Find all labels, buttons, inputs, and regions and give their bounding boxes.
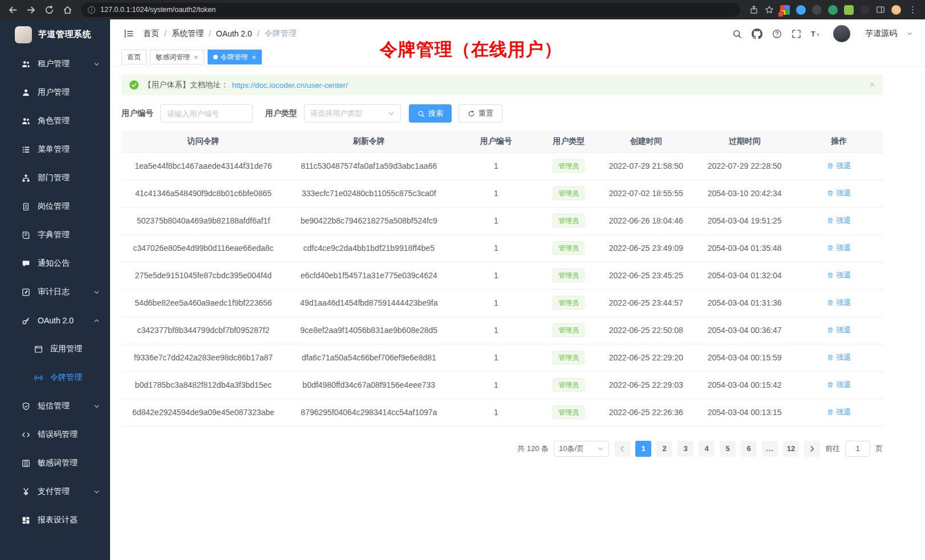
page-button-5[interactable]: 5 [720, 441, 736, 457]
app-logo[interactable]: 芋道管理系统 [0, 19, 110, 50]
tab-label: 令牌管理 [221, 52, 248, 62]
browser-forward-button[interactable] [26, 5, 36, 15]
sidebar-item-menu[interactable]: 菜单管理 [0, 135, 110, 164]
force-logout-label: 强退 [836, 380, 851, 390]
breadcrumb-item[interactable]: 首页 [143, 29, 159, 39]
search-button[interactable]: 搜索 [409, 104, 452, 123]
extension-icon-2[interactable] [796, 5, 806, 15]
page-button-2[interactable]: 2 [656, 441, 672, 457]
tab-home[interactable]: 首页 [121, 50, 147, 64]
extension-icon-4[interactable] [828, 5, 838, 15]
user-avatar[interactable] [833, 25, 850, 42]
force-logout-button[interactable]: 强退 [827, 161, 851, 171]
sidebar-item-report[interactable]: 报表设计器 [0, 506, 110, 534]
browser-menu-icon[interactable]: ⋮ [908, 5, 917, 15]
sidebar-item-oauth2[interactable]: OAuth 2.0 [0, 306, 110, 335]
pagination-more-button[interactable]: ... [762, 441, 778, 457]
extension-icon-1[interactable] [780, 5, 790, 15]
force-logout-button[interactable]: 强退 [827, 298, 851, 308]
tab-sensitive-word[interactable]: 敏感词管理× [150, 50, 204, 64]
force-logout-button[interactable]: 强退 [827, 243, 851, 253]
breadcrumb-item[interactable]: 系统管理 [172, 29, 204, 39]
user-type-select[interactable]: 请选择用户类型 [304, 104, 401, 123]
force-logout-button[interactable]: 强退 [827, 380, 851, 390]
sidebar-item-user[interactable]: 用户管理 [0, 78, 110, 107]
address-bar[interactable]: i 127.0.0.1:1024/system/oauth2/token [81, 3, 740, 17]
side-panel-icon[interactable] [876, 5, 885, 14]
user-id-cell: 1 [453, 289, 539, 316]
goto-page-input[interactable] [845, 441, 870, 457]
sidebar-item-oauth2-app[interactable]: 应用管理 [0, 335, 110, 363]
notice-icon [22, 259, 30, 268]
sidebar-toggle-button[interactable] [124, 29, 134, 39]
expire-time-cell: 2054-03-04 00:36:47 [694, 316, 796, 344]
browser-profile-avatar[interactable] [891, 5, 901, 15]
github-icon[interactable] [752, 29, 762, 39]
create-time-cell: 2022-06-26 18:04:46 [598, 207, 694, 234]
trash-icon [827, 217, 834, 224]
page-button-1[interactable]: 1 [635, 441, 651, 457]
force-logout-button[interactable]: 强退 [827, 188, 851, 198]
page-button-12[interactable]: 12 [783, 441, 799, 457]
sidebar-item-dept[interactable]: 部门管理 [0, 164, 110, 192]
user-type-placeholder: 请选择用户类型 [310, 108, 362, 119]
site-info-icon[interactable]: i [88, 6, 95, 14]
sidebar-item-notice[interactable]: 通知公告 [0, 249, 110, 278]
sidebar-item-oauth2-token[interactable]: 令牌管理 [0, 363, 110, 392]
extension-icon-3[interactable] [812, 5, 822, 15]
page-button-3[interactable]: 3 [677, 441, 693, 457]
next-page-button[interactable] [804, 441, 820, 457]
prev-page-button[interactable] [614, 441, 630, 457]
sidebar-item-tenant[interactable]: 租户管理 [0, 50, 110, 78]
app-window: 芋道管理系统 租户管理用户管理角色管理菜单管理部门管理岗位管理字典管理通知公告审… [0, 19, 925, 560]
tab-token[interactable]: 令牌管理× [208, 50, 262, 64]
sidebar-item-pay[interactable]: 支付管理 [0, 477, 110, 506]
alert-close-icon[interactable]: × [870, 80, 875, 90]
sidebar-item-sms[interactable]: 短信管理 [0, 392, 110, 420]
doc-link[interactable]: https://doc.iocoder.cn/user-center/ [232, 81, 348, 90]
force-logout-button[interactable]: 强退 [827, 325, 851, 335]
tab-close-icon[interactable]: × [252, 54, 257, 61]
refresh-token-cell: e6cfd40eb1f54571a31e775e039c4624 [285, 262, 453, 289]
search-icon[interactable] [732, 29, 742, 39]
force-logout-button[interactable]: 强退 [827, 216, 851, 226]
force-logout-button[interactable]: 强退 [827, 352, 851, 363]
browser-back-button[interactable] [8, 5, 18, 15]
reset-button[interactable]: 重置 [459, 104, 502, 123]
share-icon[interactable] [749, 5, 758, 14]
user-type-cell: 管理员 [539, 399, 598, 426]
page-button-6[interactable]: 6 [741, 441, 757, 457]
sidebar-item-audit-log[interactable]: 审计日志 [0, 278, 110, 306]
active-tab-dot-icon [213, 55, 218, 59]
user-type-cell: 管理员 [539, 234, 598, 262]
sidebar-item-label: 岗位管理 [38, 201, 70, 212]
browser-reload-button[interactable] [44, 5, 54, 15]
page-button-4[interactable]: 4 [699, 441, 715, 457]
sidebar-item-error-code[interactable]: 错误码管理 [0, 420, 110, 449]
sidebar-item-dict[interactable]: 字典管理 [0, 221, 110, 249]
force-logout-button[interactable]: 强退 [827, 270, 851, 281]
sidebar-item-role[interactable]: 角色管理 [0, 107, 110, 135]
tab-label: 敏感词管理 [156, 52, 190, 62]
annotation-overlay: 令牌管理（在线用户） [380, 38, 562, 62]
user-menu-caret-icon[interactable] [907, 31, 912, 36]
sidebar-item-post[interactable]: 岗位管理 [0, 192, 110, 221]
breadcrumb-item[interactable]: OAuth 2.0 [216, 29, 252, 38]
extension-icon-6[interactable] [860, 5, 870, 15]
page-size-select[interactable]: 10条/页 [554, 441, 609, 457]
doc-alert: 【用户体系】文档地址： https://doc.iocoder.cn/user-… [121, 75, 883, 95]
table-row: 41c41346a548490f9dc8b01c6bfe0865333ecfc7… [121, 180, 883, 207]
sidebar-item-sensitive-word[interactable]: 敏感词管理 [0, 449, 110, 477]
force-logout-button[interactable]: 强退 [827, 407, 851, 417]
browser-home-button[interactable] [63, 5, 72, 15]
tab-close-icon[interactable]: × [194, 54, 198, 61]
user-id-input[interactable] [160, 104, 253, 123]
help-icon[interactable] [772, 29, 782, 39]
user-name[interactable]: 芋道源码 [865, 29, 897, 39]
total-count: 共 120 条 [517, 444, 549, 454]
fullscreen-icon[interactable] [792, 29, 801, 39]
font-size-icon[interactable]: TT [811, 29, 821, 39]
bookmark-star-icon[interactable] [765, 5, 774, 14]
extension-icon-5[interactable] [844, 5, 854, 15]
actions-cell: 强退 [795, 234, 883, 262]
